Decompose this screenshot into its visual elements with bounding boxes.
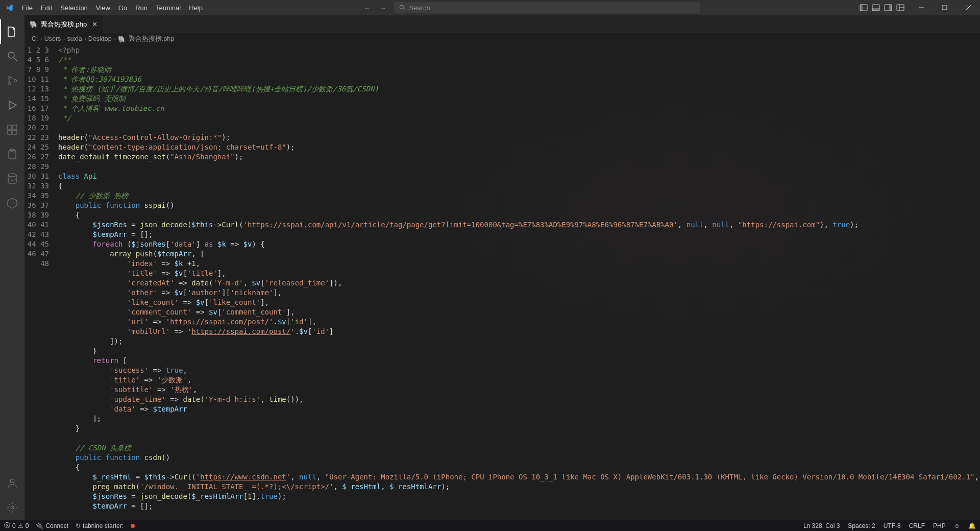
svg-point-0 (400, 5, 404, 9)
code-editor[interactable]: <?php /** * 作者:苏晓晴 * 作者QQ:3074193836 * 热… (58, 44, 980, 520)
svg-rect-5 (872, 8, 879, 11)
window-maximize-button[interactable] (933, 0, 957, 15)
title-bar: FileEditSelectionViewGoRunTerminalHelp ←… (0, 0, 980, 15)
svg-point-28 (11, 506, 14, 509)
tab-bar: 🐘 聚合热搜榜.php ✕ ⋯ (24, 15, 980, 33)
php-file-icon: 🐘 (118, 35, 126, 43)
search-icon (399, 4, 406, 11)
status-cursor-position[interactable]: Ln 328, Col 3 (803, 522, 840, 529)
status-feedback-icon[interactable]: ☺ (954, 522, 960, 529)
layout-panel-right-icon[interactable] (884, 4, 892, 12)
menu-file[interactable]: File (18, 0, 37, 15)
status-indicator[interactable] (131, 524, 135, 528)
breadcrumb-segment[interactable]: suxia (67, 35, 82, 42)
nav-back-icon[interactable]: ← (360, 3, 373, 13)
status-eol[interactable]: CRLF (909, 522, 925, 529)
svg-point-26 (8, 174, 16, 177)
menu-run[interactable]: Run (131, 0, 152, 15)
activity-accounts-icon[interactable] (0, 471, 24, 495)
window-minimize-button[interactable] (910, 0, 933, 15)
svg-rect-12 (942, 5, 947, 10)
status-encoding[interactable]: UTF-8 (884, 522, 901, 529)
svg-point-19 (14, 80, 17, 82)
layout-panel-bottom-icon[interactable] (872, 4, 880, 12)
menu-help[interactable]: Help (185, 0, 207, 15)
svg-rect-24 (9, 150, 16, 159)
editor-area: 🐘 聚合热搜榜.php ✕ ⋯ C:› Users› suxia› Deskto… (24, 15, 980, 520)
breadcrumb-segment[interactable]: 聚合热搜榜.php (129, 35, 174, 43)
nav-forward-icon[interactable]: → (376, 3, 389, 13)
status-problems[interactable]: ⓧ0 ⚠0 (4, 521, 29, 530)
tab-filename: 聚合热搜榜.php (41, 20, 87, 29)
svg-line-16 (14, 58, 17, 61)
svg-point-15 (8, 52, 14, 58)
activity-run-debug-icon[interactable] (0, 93, 24, 117)
search-placeholder: Search (409, 4, 430, 12)
activity-clipboard-icon[interactable] (0, 142, 24, 166)
svg-line-1 (403, 9, 405, 10)
command-center-search[interactable]: Search (394, 2, 700, 13)
activity-search-icon[interactable] (0, 44, 24, 68)
status-notifications-icon[interactable]: 🔔 (968, 522, 976, 529)
svg-point-27 (10, 479, 14, 483)
status-indentation[interactable]: Spaces: 2 (848, 522, 875, 529)
activity-source-control-icon[interactable] (0, 68, 24, 93)
vscode-logo-icon (0, 4, 18, 12)
refresh-icon: ↻ (76, 522, 81, 529)
editor-tab[interactable]: 🐘 聚合热搜榜.php ✕ (24, 15, 103, 33)
activity-extensions-icon[interactable] (0, 117, 24, 142)
svg-rect-20 (8, 125, 12, 129)
activity-database-icon[interactable] (0, 166, 24, 191)
warning-icon: ⚠ (18, 522, 23, 529)
breadcrumb-segment[interactable]: C: (32, 35, 38, 42)
activity-explorer-icon[interactable] (0, 19, 24, 44)
layout-panel-left-icon[interactable] (860, 4, 868, 12)
svg-point-17 (8, 77, 11, 79)
window-close-button[interactable] (957, 0, 980, 15)
activity-bar (0, 15, 24, 520)
svg-rect-21 (8, 130, 12, 134)
menu-selection[interactable]: Selection (56, 0, 91, 15)
status-connect[interactable]: 🔌Connect (36, 522, 68, 529)
svg-point-18 (8, 83, 11, 85)
breadcrumb-segment[interactable]: Users (44, 35, 61, 42)
svg-rect-7 (889, 5, 892, 11)
customize-layout-icon[interactable] (896, 4, 904, 12)
main-menu: FileEditSelectionViewGoRunTerminalHelp (18, 0, 207, 15)
menu-edit[interactable]: Edit (37, 0, 56, 15)
breadcrumb-segment[interactable]: Desktop (88, 35, 112, 42)
menu-view[interactable]: View (92, 0, 114, 15)
svg-rect-3 (860, 5, 863, 11)
error-dot-icon (131, 524, 135, 528)
svg-rect-22 (13, 130, 17, 134)
menu-go[interactable]: Go (114, 0, 131, 15)
activity-settings-icon[interactable] (0, 495, 24, 520)
status-tabnine[interactable]: ↻tabnine starter: (76, 522, 124, 529)
error-icon: ⓧ (4, 521, 10, 530)
svg-rect-23 (13, 125, 17, 129)
plug-icon: 🔌 (36, 522, 43, 529)
line-number-gutter: 1 2 3 4 5 6 7 8 9 10 11 12 13 14 15 16 1… (24, 44, 58, 520)
activity-hexagon-icon[interactable] (0, 191, 24, 215)
status-bar: ⓧ0 ⚠0 🔌Connect ↻tabnine starter: Ln 328,… (0, 520, 980, 531)
php-file-icon: 🐘 (30, 20, 38, 28)
breadcrumb[interactable]: C:› Users› suxia› Desktop› 🐘 聚合热搜榜.php (24, 33, 980, 44)
tab-close-icon[interactable]: ✕ (92, 20, 97, 28)
menu-terminal[interactable]: Terminal (152, 0, 185, 15)
status-language[interactable]: PHP (933, 522, 946, 529)
